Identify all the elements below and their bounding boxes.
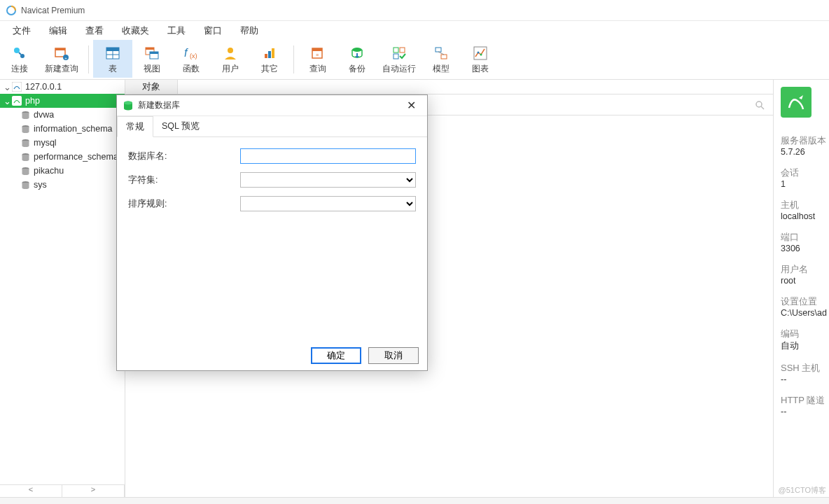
plug-icon [11, 45, 28, 62]
tree-db-sys[interactable]: sys [0, 178, 125, 192]
svg-rect-26 [393, 48, 398, 52]
database-icon [20, 123, 31, 134]
svg-text:f: f [184, 47, 188, 59]
tree-db-infoschema[interactable]: information_schema [0, 122, 125, 136]
label-collation: 排序规则: [128, 198, 240, 210]
watermark: @51CTO博客 [779, 485, 826, 496]
menu-window[interactable]: 窗口 [195, 22, 230, 40]
svg-point-43 [756, 102, 762, 107]
info-value: -- [781, 374, 823, 384]
dialog-footer: 确定 取消 [117, 341, 427, 370]
tree-db-perfschema[interactable]: performance_schema [0, 150, 125, 164]
tool-query[interactable]: ≡ 查询 [298, 40, 337, 78]
info-label: 编码 [781, 328, 823, 340]
menubar: 文件 编辑 查看 收藏夹 工具 窗口 帮助 [0, 21, 829, 41]
model-icon [433, 45, 450, 62]
svg-rect-32 [474, 47, 487, 59]
dialog-titlebar: 新建数据库 ✕ [117, 95, 427, 116]
tab-sqlpreview[interactable]: SQL 预览 [153, 116, 208, 136]
info-label: 设置位置 [781, 295, 823, 308]
user-icon [222, 45, 239, 62]
dialog-tabs: 常规 SQL 预览 [117, 116, 427, 137]
ok-button[interactable]: 确定 [311, 347, 361, 364]
info-label: SSH 主机 [781, 362, 823, 374]
tree-db-dvwa[interactable]: dvwa [0, 108, 125, 122]
svg-rect-23 [312, 48, 322, 51]
newquery-icon: + [53, 45, 70, 62]
tree-label: sys [34, 180, 47, 190]
tool-auto[interactable]: 自动运行 [377, 40, 422, 78]
backup-icon [349, 45, 365, 62]
app-logo-icon [6, 5, 17, 16]
svg-point-18 [228, 48, 233, 53]
tree: ⌄ 127.0.0.1 ⌄ php dvwa information_schem… [0, 80, 125, 484]
expand-icon: ⌄ [3, 82, 11, 92]
tool-table[interactable]: 表 [93, 40, 132, 78]
scroll-right[interactable]: > [62, 485, 125, 497]
tool-backup[interactable]: 备份 [337, 40, 377, 78]
tool-model[interactable]: 模型 [422, 40, 461, 78]
tool-newquery[interactable]: + 新建查询 [39, 40, 84, 78]
search-icon[interactable] [755, 100, 765, 110]
tree-server[interactable]: ⌄ 127.0.0.1 [0, 80, 125, 94]
tool-connect[interactable]: 连接 [0, 40, 39, 78]
select-collation[interactable] [240, 196, 416, 211]
mysql-brand-icon [781, 87, 811, 118]
tool-function[interactable]: f(x) 函数 [172, 40, 211, 78]
svg-rect-5 [55, 48, 65, 50]
tree-connection[interactable]: ⌄ php [0, 94, 125, 108]
tree-db-pikachu[interactable]: pikachu [0, 164, 125, 178]
info-label: 服务器版本 [781, 134, 823, 147]
label-charset: 字符集: [128, 174, 240, 186]
tool-view[interactable]: 视图 [132, 40, 172, 78]
table-icon [104, 45, 121, 62]
function-icon: f(x) [183, 45, 200, 62]
scroll-buttons: < > [0, 484, 125, 497]
database-icon [123, 100, 134, 111]
dialog-body: 数据库名: 字符集: 排序规则: [117, 137, 427, 341]
svg-rect-27 [400, 48, 405, 52]
expand-icon: ⌄ [3, 96, 11, 106]
scroll-left[interactable]: < [0, 485, 62, 497]
menu-tools[interactable]: 工具 [159, 22, 194, 40]
tree-label: performance_schema [34, 152, 118, 162]
svg-point-1 [14, 48, 20, 53]
tab-objects[interactable]: 对象 [125, 80, 178, 94]
tool-chart[interactable]: 图表 [461, 40, 500, 78]
tree-label: mysql [34, 138, 57, 148]
svg-rect-30 [441, 55, 447, 59]
info-label: 端口 [781, 231, 823, 244]
info-label: 会话 [781, 167, 823, 179]
svg-point-25 [352, 48, 362, 52]
database-icon [20, 179, 31, 190]
tool-user[interactable]: 用户 [211, 40, 250, 78]
window-title: Navicat Premium [21, 6, 85, 15]
svg-rect-28 [393, 54, 398, 59]
tree-label: dvwa [34, 110, 54, 120]
svg-rect-29 [436, 48, 441, 52]
info-panel: 服务器版本5.7.26 会话1 主机localhost 端口3306 用户名ro… [773, 80, 829, 497]
cancel-button[interactable]: 取消 [368, 347, 419, 364]
svg-rect-15 [150, 52, 158, 54]
menu-edit[interactable]: 编辑 [41, 22, 76, 40]
menu-fav[interactable]: 收藏夹 [113, 22, 158, 40]
query-icon: ≡ [309, 45, 326, 62]
svg-rect-20 [268, 51, 271, 58]
menu-file[interactable]: 文件 [4, 22, 39, 40]
info-value: 自动 [781, 340, 823, 352]
svg-rect-13 [146, 48, 154, 50]
tree-db-mysql[interactable]: mysql [0, 136, 125, 150]
tree-label: information_schema [34, 124, 113, 134]
svg-line-44 [761, 106, 764, 109]
tab-general[interactable]: 常规 [117, 116, 153, 137]
input-dbname[interactable] [240, 148, 416, 164]
select-charset[interactable] [240, 172, 416, 188]
separator [88, 46, 89, 74]
database-icon [20, 165, 31, 176]
menu-view[interactable]: 查看 [77, 22, 112, 40]
menu-help[interactable]: 帮助 [232, 22, 267, 40]
database-icon [20, 109, 31, 120]
tool-other[interactable]: 其它 [250, 40, 289, 78]
info-label: HTTP 隧道 [781, 394, 823, 407]
close-button[interactable]: ✕ [401, 97, 422, 113]
